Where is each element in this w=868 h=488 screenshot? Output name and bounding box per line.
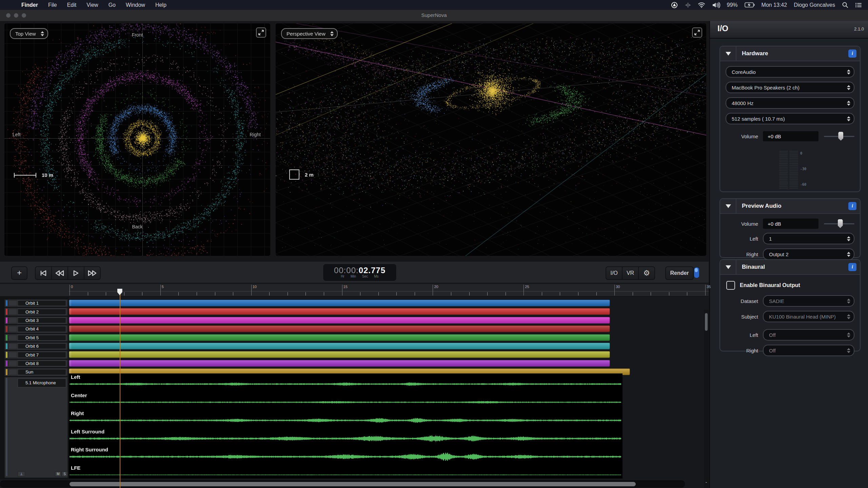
fan-app-icon[interactable] xyxy=(671,1,678,9)
info-icon[interactable]: i xyxy=(848,49,856,58)
info-icon[interactable]: i xyxy=(848,202,856,210)
settings-gear-icon[interactable]: ⚙ xyxy=(639,267,654,279)
subject-select[interactable]: KU100 Binaural Head (MINP) xyxy=(763,311,854,322)
track-name[interactable]: Orbit 3 xyxy=(18,318,66,323)
track-name[interactable]: Orbit 6 xyxy=(18,343,66,349)
io-mode-button[interactable]: I/O xyxy=(606,267,623,279)
collapse-triangle-icon[interactable] xyxy=(726,265,731,269)
fast-forward-button[interactable] xyxy=(84,267,100,279)
top-view-selector[interactable]: Top View xyxy=(10,28,48,39)
ruler-number: 20 xyxy=(434,285,438,289)
hardware-section-header[interactable]: Hardware i xyxy=(720,46,860,61)
menu-item-window[interactable]: Window xyxy=(121,2,150,8)
menu-user[interactable]: Diogo Goncalves xyxy=(794,2,835,8)
audio-clip[interactable] xyxy=(69,308,610,315)
track-name[interactable]: Orbit 8 xyxy=(18,361,66,366)
bin-left-select[interactable]: Off xyxy=(763,329,854,341)
menu-item-edit[interactable]: Edit xyxy=(62,2,82,8)
pv-right-select[interactable]: Output 2 xyxy=(763,248,854,260)
slider-handle[interactable] xyxy=(838,219,843,228)
perspective-selector[interactable]: Perspective View xyxy=(281,28,338,39)
hw-volume-slider[interactable] xyxy=(824,131,854,141)
spotlight-search-icon[interactable] xyxy=(842,2,848,8)
dataset-select[interactable]: SADIE xyxy=(763,295,854,307)
vr-mode-button[interactable]: VR xyxy=(623,267,639,279)
top-view-viewport[interactable]: Top View Front Back Left Right 10 m xyxy=(4,23,270,256)
track-name[interactable]: Orbit 4 xyxy=(18,326,66,332)
render-button[interactable]: Render xyxy=(665,266,694,280)
wifi-icon[interactable] xyxy=(698,2,705,8)
info-icon[interactable]: i xyxy=(848,263,856,271)
add-track-button[interactable]: + xyxy=(11,266,27,280)
enable-binaural-checkbox[interactable] xyxy=(726,281,735,290)
vertical-zoom-in-button[interactable]: + xyxy=(704,487,709,488)
track-button-block[interactable] xyxy=(8,352,17,358)
track-button-block[interactable] xyxy=(8,361,17,366)
vertical-scrollbar[interactable]: - + xyxy=(704,310,709,488)
mute-button[interactable]: M xyxy=(55,471,61,476)
expand-viewport-icon[interactable] xyxy=(692,27,702,38)
perspective-viewport[interactable]: Perspective View 2 m xyxy=(276,23,706,256)
collapse-triangle-icon[interactable] xyxy=(726,52,731,56)
meter-right xyxy=(789,151,798,189)
track-name[interactable]: Orbit 2 xyxy=(18,309,66,314)
hw-volume-value[interactable]: +0 dB xyxy=(763,131,818,141)
pv-volume-slider[interactable] xyxy=(824,219,854,229)
menu-item-view[interactable]: View xyxy=(81,2,103,8)
timeline-ruler[interactable]: 05101520253035 xyxy=(0,284,709,297)
track-button-block[interactable] xyxy=(8,326,17,332)
track-button-block[interactable] xyxy=(8,335,17,341)
playhead-line[interactable] xyxy=(120,291,120,488)
mic-collapse-button[interactable]: ⊥ xyxy=(18,471,25,476)
menu-clock[interactable]: Mon 13:42 xyxy=(762,2,787,8)
track-name[interactable]: Sun xyxy=(18,369,66,375)
collapse-triangle-icon[interactable] xyxy=(726,204,731,208)
audio-clip[interactable] xyxy=(69,334,610,341)
buffer-size-select[interactable]: 512 samples ( 10.7 ms) xyxy=(726,113,854,124)
menu-item-finder[interactable]: Finder xyxy=(16,2,43,8)
bin-right-select[interactable]: Off xyxy=(763,345,854,356)
track-name[interactable]: Orbit 7 xyxy=(18,352,66,358)
volume-icon[interactable] xyxy=(712,2,720,8)
audio-clip[interactable] xyxy=(69,360,610,367)
audio-midi-icon[interactable] xyxy=(685,2,691,8)
ruler-tick xyxy=(524,285,524,296)
control-center-icon[interactable] xyxy=(855,2,862,8)
audio-clip[interactable] xyxy=(69,317,610,324)
sample-rate-select[interactable]: 48000 Hz xyxy=(726,97,854,109)
render-toggle[interactable] xyxy=(694,267,699,278)
menu-item-go[interactable]: Go xyxy=(103,2,121,8)
vertical-zoom-out-button[interactable]: - xyxy=(704,479,709,485)
track-button-block[interactable] xyxy=(8,318,17,323)
timecode-display[interactable]: 00:00:02.775 HrMinSecMs xyxy=(323,264,397,281)
track-button-block[interactable] xyxy=(8,343,17,349)
binaural-section-header[interactable]: Binaural i xyxy=(720,260,860,275)
audio-clip[interactable] xyxy=(69,351,610,358)
pv-left-select[interactable]: 1 xyxy=(763,233,854,244)
vertical-scroll-thumb[interactable] xyxy=(705,313,708,331)
device-select[interactable]: MacBook Pro Speakers (2 ch) xyxy=(726,82,854,93)
skip-to-start-button[interactable] xyxy=(36,267,52,279)
audio-clip[interactable] xyxy=(69,300,610,306)
play-button[interactable] xyxy=(68,267,84,279)
track-name[interactable]: 5.1 Microphone xyxy=(18,379,66,387)
audio-clip[interactable] xyxy=(69,343,610,349)
slider-handle[interactable] xyxy=(838,132,843,141)
track-button-block[interactable] xyxy=(8,369,17,375)
track-button-block[interactable] xyxy=(8,300,17,306)
expand-viewport-icon[interactable] xyxy=(256,27,266,38)
solo-button[interactable]: S xyxy=(61,471,68,476)
track-name[interactable]: Orbit 5 xyxy=(18,335,66,341)
audio-clip[interactable] xyxy=(69,325,610,332)
preview-section-header[interactable]: Preview Audio i xyxy=(720,199,860,214)
rewind-button[interactable] xyxy=(52,267,68,279)
driver-select[interactable]: CoreAudio xyxy=(726,66,854,78)
pv-volume-value[interactable]: +0 dB xyxy=(763,219,818,229)
track-name[interactable]: Orbit 1 xyxy=(18,300,66,306)
menu-item-help[interactable]: Help xyxy=(150,2,172,8)
horizontal-scroll-thumb[interactable] xyxy=(70,482,636,486)
mic-waveform-block[interactable]: LeftCenterRightLeft SurroundRight Surrou… xyxy=(69,373,623,479)
menu-item-file[interactable]: File xyxy=(43,2,62,8)
track-button-block[interactable] xyxy=(8,309,17,314)
horizontal-scrollbar[interactable] xyxy=(0,481,685,488)
